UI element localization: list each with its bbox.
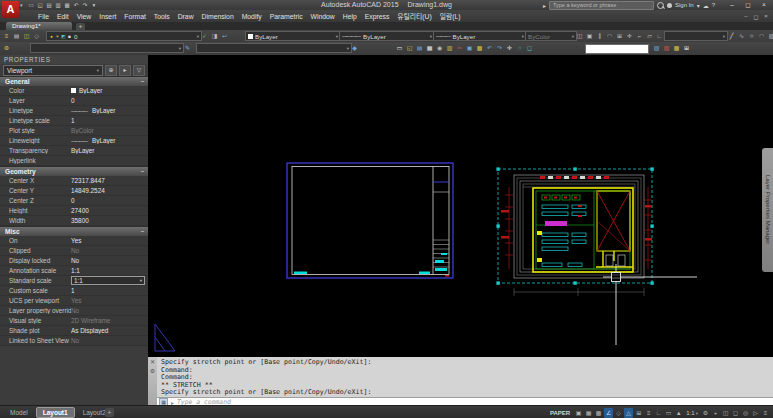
property-value[interactable]: ByLayer <box>71 87 145 94</box>
publish-icon[interactable]: ▥ <box>445 44 454 53</box>
open-folder-icon[interactable]: ◱ <box>405 44 414 53</box>
dim-style-icon[interactable]: ◆ <box>350 44 359 53</box>
layer-states-icon[interactable]: ▤ <box>12 32 21 41</box>
workspace-dropdown[interactable] <box>30 43 184 53</box>
property-value[interactable]: 1:1 <box>71 267 145 274</box>
layout-tab[interactable]: Model <box>4 408 34 417</box>
zoom-realtime-icon[interactable]: ○ <box>515 44 524 53</box>
zoom-window-icon[interactable]: ◻ <box>525 44 534 53</box>
property-value[interactable]: 2D Wireframe <box>71 317 145 324</box>
menu-item[interactable]: Tools <box>150 13 174 20</box>
property-value[interactable]: 1 <box>71 117 145 124</box>
property-value[interactable]: 35800 <box>71 217 145 224</box>
switch-workspace-icon[interactable]: ⚙ <box>701 408 710 418</box>
property-value[interactable]: 0 <box>71 197 145 204</box>
viewport-scale-button[interactable]: 1:1 <box>684 410 700 416</box>
undo-arrow-icon[interactable]: ↶ <box>485 44 494 53</box>
customization-icon[interactable]: ≡ <box>761 408 770 418</box>
text-style-dropdown[interactable] <box>196 43 352 53</box>
graphics-performance-icon[interactable]: ▷ <box>751 408 760 418</box>
quick-select-icon[interactable]: ▽ <box>133 65 145 76</box>
menu-item[interactable]: Insert <box>95 13 120 20</box>
layer-properties-manager-icon[interactable]: ≡ <box>2 32 11 41</box>
pan-icon[interactable]: ✛ <box>505 44 514 53</box>
paste-icon[interactable]: ▩ <box>475 44 484 53</box>
object-type-dropdown[interactable]: Viewport <box>3 65 103 76</box>
layer-freeze-sun-icon[interactable]: ☀ <box>55 34 60 39</box>
isolate-objects-icon[interactable]: ◎ <box>741 408 750 418</box>
section-header-misc[interactable]: Misc <box>0 226 148 236</box>
layer-unisolate-icon[interactable]: ◇ <box>32 32 41 41</box>
quick-view-icon[interactable]: ▣ <box>574 408 583 418</box>
snap-mode-icon[interactable]: ▩ <box>594 408 603 418</box>
property-value[interactable]: Yes <box>71 237 145 244</box>
section-header-geometry[interactable]: Geometry <box>0 166 148 176</box>
dynamic-input-icon[interactable]: ▭ <box>664 408 673 418</box>
arc-icon[interactable]: ◠ <box>757 32 766 41</box>
property-value[interactable]: ByColor <box>71 127 145 134</box>
menu-item[interactable]: Modify <box>238 13 266 20</box>
save-disk-icon[interactable]: ▤ <box>415 44 424 53</box>
search-input[interactable]: Type a keyword or phrase <box>549 1 654 10</box>
trim-icon[interactable]: ∟ <box>655 32 664 41</box>
menu-item[interactable]: Edit <box>53 13 73 20</box>
property-value[interactable]: ByLayer <box>71 107 145 114</box>
copy-clip-icon[interactable]: ▣ <box>465 44 474 53</box>
restore-button[interactable]: ◻ <box>741 1 755 9</box>
property-value[interactable]: 0 <box>71 97 145 104</box>
circle-icon[interactable]: ○ <box>747 32 756 41</box>
menu-item[interactable]: Help <box>339 13 361 20</box>
linetype-control-dropdown[interactable]: ———— ByLayer <box>339 31 435 41</box>
menu-item[interactable]: Parametric <box>266 13 307 20</box>
menu-item[interactable]: File <box>34 13 53 20</box>
calculator-icon[interactable]: ⊞ <box>682 44 691 53</box>
application-menu-caret-icon[interactable]: ▾ <box>20 2 23 8</box>
property-value[interactable]: 1:1 <box>71 276 145 285</box>
pickadd-toggle-icon[interactable]: ⊕ <box>105 65 117 76</box>
new-drawing-tab-button[interactable]: + <box>76 23 85 30</box>
menu-item[interactable]: Format <box>120 13 150 20</box>
quick-properties-icon[interactable]: ◫ <box>721 408 730 418</box>
property-value[interactable]: As Displayed <box>71 327 145 334</box>
line-icon[interactable]: ╱ <box>727 32 736 41</box>
command-palette-grip[interactable]: ✕ ⚙ <box>148 357 157 405</box>
search-icon[interactable] <box>657 2 664 9</box>
properties-palette-title[interactable]: PROPERTIES <box>0 55 148 64</box>
layout-tab[interactable]: Layout1 <box>36 407 75 418</box>
search-expand-icon[interactable]: ▸ <box>543 2 546 9</box>
plot-preview-icon[interactable]: ◉ <box>435 44 444 53</box>
property-value[interactable]: Yes <box>71 297 145 304</box>
menu-item[interactable]: 유틸리티(U) <box>393 11 435 21</box>
file-tab-drawing1[interactable]: Drawing1* <box>6 22 72 30</box>
sign-in-caret-icon[interactable]: ▾ <box>697 2 700 9</box>
doc-restore-button[interactable]: ◻ <box>752 13 760 20</box>
isometric-drafting-icon[interactable]: ◇ <box>614 408 623 418</box>
property-value[interactable]: No <box>71 247 145 254</box>
polyline-icon[interactable]: ∿ <box>737 32 746 41</box>
menu-item[interactable]: Window <box>307 13 339 20</box>
array-icon[interactable]: ⊞ <box>615 32 624 41</box>
erase-icon[interactable]: ◫ <box>575 32 584 41</box>
annotation-visibility-icon[interactable]: ▲ <box>674 408 683 418</box>
object-snap-icon[interactable]: ⊞ <box>634 408 643 418</box>
menu-item[interactable]: Express <box>361 13 394 20</box>
workspace-icon[interactable]: ⚙ <box>2 44 11 53</box>
grid-display-icon[interactable]: ▦ <box>584 408 593 418</box>
annotate-icon[interactable]: ▧ <box>662 44 671 53</box>
menu-item[interactable]: 일람(L) <box>436 11 465 21</box>
sign-in-button[interactable]: Sign In <box>675 2 694 8</box>
menu-item[interactable]: Dimension <box>198 13 238 20</box>
plot-printer-icon[interactable]: ▦ <box>425 44 434 53</box>
cut-icon[interactable]: ✂ <box>455 44 464 53</box>
select-objects-icon[interactable]: ▸ <box>119 65 131 76</box>
match-layer-icon[interactable]: ◨ <box>210 32 219 41</box>
make-object-layer-current-icon[interactable]: ✓ <box>200 32 209 41</box>
hatch-icon[interactable]: ▨ <box>767 32 773 41</box>
move-icon[interactable]: ✛ <box>625 32 634 41</box>
lock-ui-icon[interactable]: ◻ <box>731 408 740 418</box>
lineweight-control-dropdown[interactable]: ——— ByLayer <box>433 31 527 41</box>
dynamic-ucs-icon[interactable]: ∟ <box>654 408 663 418</box>
drawing-canvas[interactable] <box>148 55 773 357</box>
new-layout-button[interactable]: + <box>105 408 114 417</box>
property-value[interactable]: 14849.2524 <box>71 187 145 194</box>
